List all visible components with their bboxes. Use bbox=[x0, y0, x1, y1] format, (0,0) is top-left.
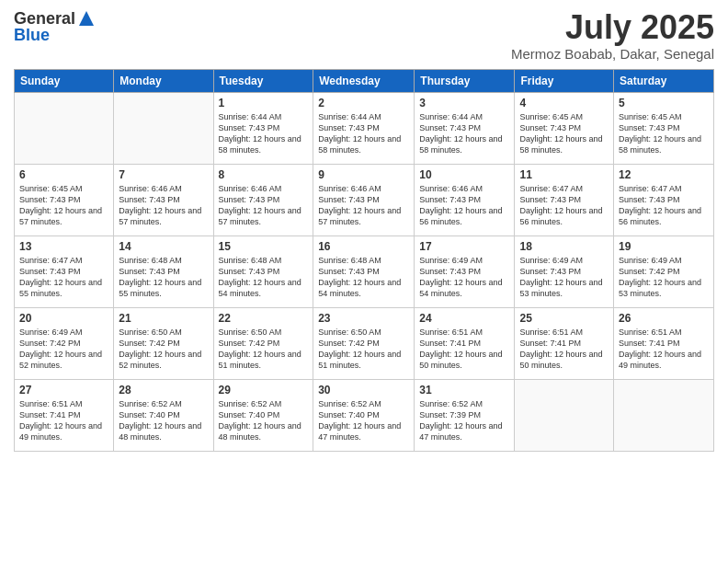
calendar-cell: 28Sunrise: 6:52 AM Sunset: 7:40 PM Dayli… bbox=[114, 379, 213, 451]
day-number: 31 bbox=[419, 384, 509, 396]
day-info: Sunrise: 6:50 AM Sunset: 7:42 PM Dayligh… bbox=[219, 327, 309, 372]
calendar-cell: 23Sunrise: 6:50 AM Sunset: 7:42 PM Dayli… bbox=[313, 307, 415, 379]
day-info: Sunrise: 6:51 AM Sunset: 7:41 PM Dayligh… bbox=[619, 327, 709, 372]
day-number: 29 bbox=[219, 384, 309, 396]
calendar-cell bbox=[114, 92, 213, 164]
calendar-cell bbox=[15, 92, 114, 164]
logo-icon bbox=[77, 9, 96, 28]
day-number: 20 bbox=[19, 312, 108, 325]
day-info: Sunrise: 6:46 AM Sunset: 7:43 PM Dayligh… bbox=[419, 183, 509, 228]
day-number: 21 bbox=[119, 312, 208, 325]
day-number: 12 bbox=[619, 168, 709, 181]
day-info: Sunrise: 6:52 AM Sunset: 7:39 PM Dayligh… bbox=[419, 398, 509, 443]
day-info: Sunrise: 6:51 AM Sunset: 7:41 PM Dayligh… bbox=[419, 327, 509, 372]
day-info: Sunrise: 6:46 AM Sunset: 7:43 PM Dayligh… bbox=[219, 183, 309, 228]
calendar-cell: 24Sunrise: 6:51 AM Sunset: 7:41 PM Dayli… bbox=[415, 307, 515, 379]
calendar-cell: 5Sunrise: 6:45 AM Sunset: 7:43 PM Daylig… bbox=[614, 92, 714, 164]
calendar-cell: 19Sunrise: 6:49 AM Sunset: 7:42 PM Dayli… bbox=[614, 236, 714, 307]
calendar-cell: 8Sunrise: 6:46 AM Sunset: 7:43 PM Daylig… bbox=[213, 164, 313, 236]
day-number: 17 bbox=[419, 240, 509, 253]
calendar-week-row: 27Sunrise: 6:51 AM Sunset: 7:41 PM Dayli… bbox=[15, 379, 714, 451]
calendar-cell: 11Sunrise: 6:47 AM Sunset: 7:43 PM Dayli… bbox=[515, 164, 614, 236]
location-title: Mermoz Boabab, Dakar, Senegal bbox=[511, 46, 714, 62]
day-number: 28 bbox=[119, 384, 208, 396]
day-info: Sunrise: 6:47 AM Sunset: 7:43 PM Dayligh… bbox=[19, 255, 108, 300]
day-info: Sunrise: 6:44 AM Sunset: 7:43 PM Dayligh… bbox=[318, 111, 409, 156]
day-number: 23 bbox=[318, 312, 409, 325]
calendar-cell: 4Sunrise: 6:45 AM Sunset: 7:43 PM Daylig… bbox=[515, 92, 614, 164]
calendar-cell bbox=[614, 379, 714, 451]
day-info: Sunrise: 6:50 AM Sunset: 7:42 PM Dayligh… bbox=[318, 327, 409, 372]
day-number: 25 bbox=[519, 312, 609, 325]
day-info: Sunrise: 6:47 AM Sunset: 7:43 PM Dayligh… bbox=[519, 183, 609, 228]
calendar-week-row: 6Sunrise: 6:45 AM Sunset: 7:43 PM Daylig… bbox=[15, 164, 714, 236]
day-number: 16 bbox=[318, 240, 409, 253]
calendar-cell: 27Sunrise: 6:51 AM Sunset: 7:41 PM Dayli… bbox=[15, 379, 114, 451]
day-info: Sunrise: 6:48 AM Sunset: 7:43 PM Dayligh… bbox=[119, 255, 208, 300]
day-info: Sunrise: 6:50 AM Sunset: 7:42 PM Dayligh… bbox=[119, 327, 208, 372]
day-number: 22 bbox=[219, 312, 309, 325]
col-saturday: Saturday bbox=[614, 69, 714, 92]
col-thursday: Thursday bbox=[415, 69, 515, 92]
calendar-header-row: Sunday Monday Tuesday Wednesday Thursday… bbox=[15, 69, 714, 92]
day-number: 6 bbox=[19, 168, 108, 181]
calendar-cell: 10Sunrise: 6:46 AM Sunset: 7:43 PM Dayli… bbox=[415, 164, 515, 236]
calendar-cell: 20Sunrise: 6:49 AM Sunset: 7:42 PM Dayli… bbox=[15, 307, 114, 379]
calendar-cell: 3Sunrise: 6:44 AM Sunset: 7:43 PM Daylig… bbox=[415, 92, 515, 164]
day-number: 5 bbox=[619, 97, 709, 109]
calendar-cell: 31Sunrise: 6:52 AM Sunset: 7:39 PM Dayli… bbox=[415, 379, 515, 451]
day-number: 2 bbox=[318, 97, 409, 109]
day-info: Sunrise: 6:44 AM Sunset: 7:43 PM Dayligh… bbox=[419, 111, 509, 156]
day-number: 26 bbox=[619, 312, 709, 325]
calendar-cell: 29Sunrise: 6:52 AM Sunset: 7:40 PM Dayli… bbox=[213, 379, 313, 451]
calendar-cell: 26Sunrise: 6:51 AM Sunset: 7:41 PM Dayli… bbox=[614, 307, 714, 379]
day-info: Sunrise: 6:45 AM Sunset: 7:43 PM Dayligh… bbox=[619, 111, 709, 156]
day-number: 3 bbox=[419, 97, 509, 109]
day-number: 11 bbox=[519, 168, 609, 181]
day-number: 15 bbox=[219, 240, 309, 253]
calendar-cell: 12Sunrise: 6:47 AM Sunset: 7:43 PM Dayli… bbox=[614, 164, 714, 236]
day-info: Sunrise: 6:48 AM Sunset: 7:43 PM Dayligh… bbox=[318, 255, 409, 300]
day-info: Sunrise: 6:52 AM Sunset: 7:40 PM Dayligh… bbox=[119, 398, 208, 443]
day-info: Sunrise: 6:49 AM Sunset: 7:42 PM Dayligh… bbox=[619, 255, 709, 300]
calendar-cell: 22Sunrise: 6:50 AM Sunset: 7:42 PM Dayli… bbox=[213, 307, 313, 379]
col-tuesday: Tuesday bbox=[213, 69, 313, 92]
day-info: Sunrise: 6:48 AM Sunset: 7:43 PM Dayligh… bbox=[219, 255, 309, 300]
calendar-table: Sunday Monday Tuesday Wednesday Thursday… bbox=[14, 69, 714, 452]
calendar-cell: 1Sunrise: 6:44 AM Sunset: 7:43 PM Daylig… bbox=[213, 92, 313, 164]
svg-marker-0 bbox=[79, 11, 94, 26]
day-number: 27 bbox=[19, 384, 108, 396]
calendar-week-row: 20Sunrise: 6:49 AM Sunset: 7:42 PM Dayli… bbox=[15, 307, 714, 379]
calendar-cell: 21Sunrise: 6:50 AM Sunset: 7:42 PM Dayli… bbox=[114, 307, 213, 379]
col-wednesday: Wednesday bbox=[313, 69, 415, 92]
calendar-cell: 18Sunrise: 6:49 AM Sunset: 7:43 PM Dayli… bbox=[515, 236, 614, 307]
day-number: 14 bbox=[119, 240, 208, 253]
calendar-week-row: 13Sunrise: 6:47 AM Sunset: 7:43 PM Dayli… bbox=[15, 236, 714, 307]
page-header: General Blue July 2025 Mermoz Boabab, Da… bbox=[14, 9, 714, 62]
calendar-cell: 7Sunrise: 6:46 AM Sunset: 7:43 PM Daylig… bbox=[114, 164, 213, 236]
day-info: Sunrise: 6:51 AM Sunset: 7:41 PM Dayligh… bbox=[519, 327, 609, 372]
day-info: Sunrise: 6:51 AM Sunset: 7:41 PM Dayligh… bbox=[19, 398, 108, 443]
day-info: Sunrise: 6:52 AM Sunset: 7:40 PM Dayligh… bbox=[219, 398, 309, 443]
calendar-cell: 13Sunrise: 6:47 AM Sunset: 7:43 PM Dayli… bbox=[15, 236, 114, 307]
day-info: Sunrise: 6:46 AM Sunset: 7:43 PM Dayligh… bbox=[318, 183, 409, 228]
day-number: 10 bbox=[419, 168, 509, 181]
day-info: Sunrise: 6:47 AM Sunset: 7:43 PM Dayligh… bbox=[619, 183, 709, 228]
day-info: Sunrise: 6:45 AM Sunset: 7:43 PM Dayligh… bbox=[19, 183, 108, 228]
day-number: 9 bbox=[318, 168, 409, 181]
day-number: 8 bbox=[219, 168, 309, 181]
day-number: 30 bbox=[318, 384, 409, 396]
calendar-cell: 6Sunrise: 6:45 AM Sunset: 7:43 PM Daylig… bbox=[15, 164, 114, 236]
day-info: Sunrise: 6:49 AM Sunset: 7:42 PM Dayligh… bbox=[19, 327, 108, 372]
day-number: 7 bbox=[119, 168, 208, 181]
calendar-week-row: 1Sunrise: 6:44 AM Sunset: 7:43 PM Daylig… bbox=[15, 92, 714, 164]
col-sunday: Sunday bbox=[15, 69, 114, 92]
day-number: 24 bbox=[419, 312, 509, 325]
day-number: 19 bbox=[619, 240, 709, 253]
calendar-cell: 14Sunrise: 6:48 AM Sunset: 7:43 PM Dayli… bbox=[114, 236, 213, 307]
day-number: 18 bbox=[519, 240, 609, 253]
month-title: July 2025 bbox=[511, 9, 714, 46]
logo-blue: Blue bbox=[14, 26, 96, 45]
calendar-cell: 15Sunrise: 6:48 AM Sunset: 7:43 PM Dayli… bbox=[213, 236, 313, 307]
calendar-cell: 25Sunrise: 6:51 AM Sunset: 7:41 PM Dayli… bbox=[515, 307, 614, 379]
